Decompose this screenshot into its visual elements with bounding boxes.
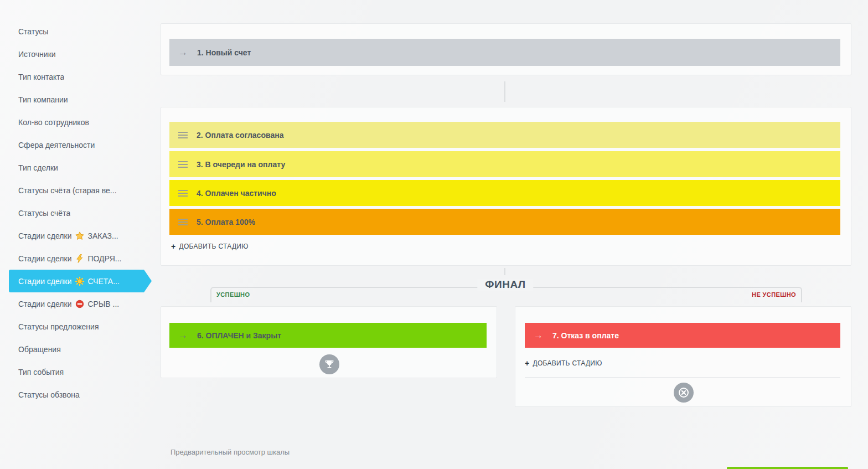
no-entry-icon — [75, 299, 85, 309]
add-stage-label: ДОБАВИТЬ СТАДИЮ — [179, 243, 248, 250]
stage-label: 2. Оплата согласована — [197, 131, 283, 140]
sidebar-item-label: СРЫВ ... — [87, 300, 119, 308]
stage-label: 7. Отказ в оплате — [552, 331, 619, 340]
sidebar-item-invoice-statuses-old[interactable]: Статусы счёта (старая ве... — [9, 179, 154, 202]
sidebar-item-deal-stages-podryad[interactable]: Стадии сделки ПОДРЯ... — [9, 247, 154, 270]
sidebar-item-label: Кол-во сотрудников — [18, 118, 89, 127]
connector-line — [504, 268, 505, 275]
divider — [525, 377, 840, 378]
drag-handle-icon[interactable] — [178, 221, 188, 223]
fail-stage-card: → 7. Отказ в оплате + ДОБАВИТЬ СТАДИЮ — [515, 306, 851, 407]
stage-label: 4. Оплачен частично — [197, 189, 276, 198]
arrow-right-icon: → — [178, 47, 188, 58]
sidebar-item-statuses[interactable]: Статусы — [9, 20, 154, 43]
sidebar-item-label: СЧЕТА... — [87, 277, 119, 286]
lightning-icon — [75, 254, 85, 264]
sidebar-item-invoice-statuses[interactable]: Статусы счёта — [9, 202, 154, 224]
sidebar-item-quote-statuses[interactable]: Статусы предложения — [9, 315, 154, 338]
stage-label: 6. ОПЛАЧЕН и Закрыт — [197, 331, 281, 340]
sidebar-item-label: Стадии сделки — [18, 300, 71, 308]
sidebar-item-label: Источники — [18, 50, 56, 59]
arrow-right-icon: → — [178, 330, 188, 341]
sidebar-item-appeals[interactable]: Обращения — [9, 338, 154, 360]
stage-bar-payment-agreed[interactable]: 2. Оплата согласована — [169, 122, 840, 148]
sidebar-item-label: ЗАКАЗ... — [87, 231, 118, 240]
stage-bar-payment-refused[interactable]: → 7. Отказ в оплате — [525, 323, 840, 348]
sidebar-item-label: Сфера деятельности — [18, 141, 95, 150]
stage-label: 3. В очереди на оплату — [197, 160, 285, 169]
sidebar-item-label: Статусы счёта — [18, 209, 70, 218]
sidebar-item-label: Стадии сделки — [18, 231, 71, 240]
scale-preview-label: Предварительный просмотр шкалы — [170, 448, 290, 456]
sidebar-item-label: Стадии сделки — [18, 277, 71, 286]
drag-handle-icon[interactable] — [178, 135, 188, 136]
sidebar-item-company-type[interactable]: Тип компании — [9, 88, 154, 111]
connector-line — [504, 81, 505, 102]
arrow-right-icon: → — [534, 330, 543, 341]
success-tab-label: УСПЕШНО — [216, 291, 250, 298]
deal-stages-settings-page: Статусы Источники Тип контакта Тип компа… — [0, 0, 868, 469]
sidebar-item-employees-count[interactable]: Кол-во сотрудников — [9, 111, 154, 133]
stage-label: 5. Оплата 100% — [197, 218, 255, 226]
add-stage-label: ДОБАВИТЬ СТАДИЮ — [533, 359, 602, 367]
plus-icon: + — [171, 242, 175, 251]
final-section-title: ФИНАЛ — [477, 279, 533, 291]
sidebar-item-label: Обращения — [18, 345, 61, 354]
trophy-icon — [319, 354, 339, 374]
stage-label: 1. Новый счет — [197, 48, 251, 57]
plus-icon: + — [525, 359, 529, 368]
cross-circle-icon — [674, 383, 694, 403]
stage-bar-partially-paid[interactable]: 4. Оплачен частично — [169, 180, 840, 206]
sidebar-item-label: Статусы обзвона — [18, 390, 80, 399]
sidebar-item-label: Стадии сделки — [18, 254, 71, 263]
sidebar-item-sources[interactable]: Источники — [9, 43, 154, 65]
sidebar-item-label: Статусы предложения — [18, 322, 99, 331]
sidebar-item-deal-type[interactable]: Тип сделки — [9, 156, 154, 179]
sidebar-item-contact-type[interactable]: Тип контакта — [9, 65, 154, 88]
sidebar-item-label: Тип сделки — [18, 163, 58, 172]
sidebar-item-label: Статусы — [18, 27, 48, 36]
stage-bar-new-invoice[interactable]: → 1. Новый счет — [169, 39, 840, 66]
stage-bar-payment-queue[interactable]: 3. В очереди на оплату — [169, 151, 840, 177]
sun-icon — [75, 276, 85, 286]
sidebar-item-industry[interactable]: Сфера деятельности — [9, 133, 154, 156]
sidebar-item-deal-stages-zakaz[interactable]: Стадии сделки ЗАКАЗ... — [9, 224, 154, 247]
sidebar-item-label: ПОДРЯ... — [87, 254, 121, 263]
success-stage-card: → 6. ОПЛАЧЕН и Закрыт — [161, 306, 497, 378]
stage-bar-payment-100[interactable]: 5. Оплата 100% — [169, 209, 840, 235]
drag-handle-icon[interactable] — [178, 193, 188, 194]
initial-stage-card: → 1. Новый счет — [161, 23, 851, 75]
sidebar-item-deal-stages-sryv[interactable]: Стадии сделки СРЫВ ... — [9, 292, 154, 315]
star-icon — [75, 231, 85, 241]
drag-handle-icon[interactable] — [178, 164, 188, 165]
settings-sidebar: Статусы Источники Тип контакта Тип компа… — [9, 20, 154, 406]
sidebar-item-call-statuses[interactable]: Статусы обзвона — [9, 383, 154, 406]
stage-bar-paid-closed[interactable]: → 6. ОПЛАЧЕН и Закрыт — [169, 323, 487, 348]
progress-stages-card: 2. Оплата согласована 3. В очереди на оп… — [161, 107, 851, 266]
sidebar-item-deal-stages-scheta-selected[interactable]: Стадии сделки СЧЕТА... — [9, 270, 152, 292]
fail-tab-label: НЕ УСПЕШНО — [752, 291, 796, 298]
sidebar-item-event-type[interactable]: Тип события — [9, 360, 154, 383]
sidebar-item-label: Тип события — [18, 368, 64, 377]
sidebar-item-label: Тип компании — [18, 95, 68, 104]
add-stage-button[interactable]: + ДОБАВИТЬ СТАДИЮ — [171, 242, 249, 251]
sidebar-item-label: Статусы счёта (старая ве... — [18, 186, 117, 195]
sidebar-item-label: Тип контакта — [18, 73, 64, 81]
add-stage-button[interactable]: + ДОБАВИТЬ СТАДИЮ — [525, 359, 602, 368]
save-button[interactable] — [727, 467, 848, 469]
